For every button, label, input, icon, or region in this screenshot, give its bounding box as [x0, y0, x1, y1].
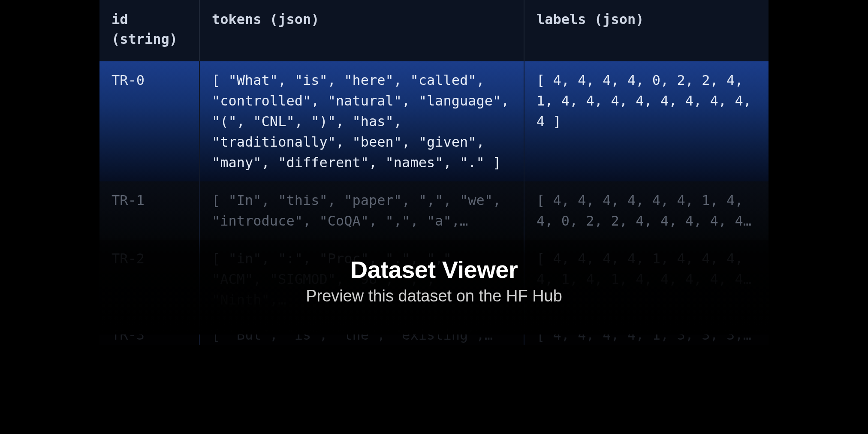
table-row[interactable]: TR-2 [ "in", ":", "Proc", ".", ",", "ACM… — [99, 240, 769, 319]
table-row[interactable]: TR-0 [ "What", "is", "here", "called", "… — [99, 61, 769, 181]
cell-tokens: [ "What", "is", "here", "called", "contr… — [199, 61, 524, 181]
cell-id: TR-2 — [99, 240, 199, 319]
cell-tokens: [ "But", "is", "the", "existing",… — [199, 319, 524, 345]
cell-labels: [ 4, 4, 4, 4, 1, 4, 4, 4, 4, 1, 4, 1, 4,… — [524, 240, 769, 319]
cell-tokens: [ "In", "this", "paper", ",", "we", "int… — [199, 181, 524, 240]
table-header-row: id (string) tokens (json) labels (json) — [99, 0, 769, 61]
cell-labels: [ 4, 4, 4, 4, 4, 4, 1, 4, 4, 0, 2, 2, 4,… — [524, 181, 769, 240]
column-header-id[interactable]: id (string) — [99, 0, 199, 61]
cell-tokens: [ "in", ":", "Proc", ".", ",", "ACM", "S… — [199, 240, 524, 319]
dataset-table: id (string) tokens (json) labels (json) … — [99, 0, 769, 345]
column-header-tokens[interactable]: tokens (json) — [199, 0, 524, 61]
cell-labels: [ 4, 4, 4, 4, 0, 2, 2, 4, 1, 4, 4, 4, 4,… — [524, 61, 769, 181]
column-header-labels[interactable]: labels (json) — [524, 0, 769, 61]
cell-labels: [ 4, 4, 4, 4, 1, 3, 3, 3,… — [524, 319, 769, 345]
table-row[interactable]: TR-3 [ "But", "is", "the", "existing",… … — [99, 319, 769, 345]
cell-id: TR-0 — [99, 61, 199, 181]
table-row[interactable]: TR-1 [ "In", "this", "paper", ",", "we",… — [99, 181, 769, 240]
cell-id: TR-3 — [99, 319, 199, 345]
cell-id: TR-1 — [99, 181, 199, 240]
